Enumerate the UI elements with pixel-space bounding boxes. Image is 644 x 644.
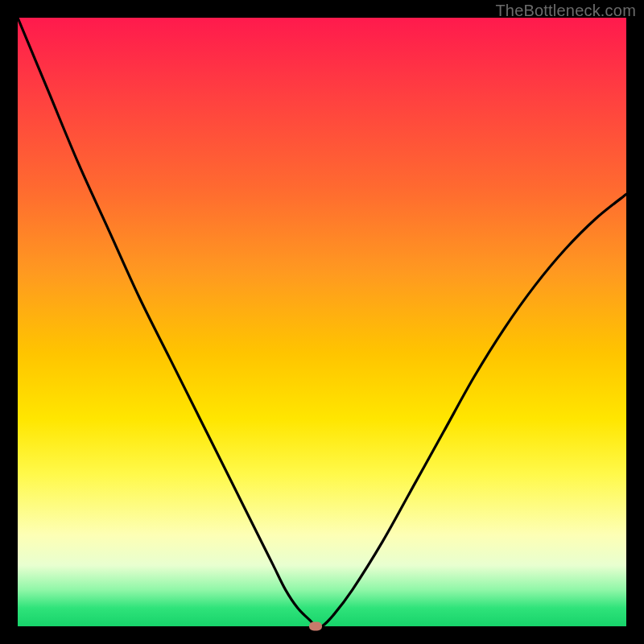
plot-area: [18, 18, 626, 626]
bottleneck-curve: [18, 18, 626, 626]
optimal-point-marker: [309, 622, 322, 631]
chart-frame: TheBottleneck.com: [0, 0, 644, 644]
watermark-text: TheBottleneck.com: [495, 2, 636, 20]
